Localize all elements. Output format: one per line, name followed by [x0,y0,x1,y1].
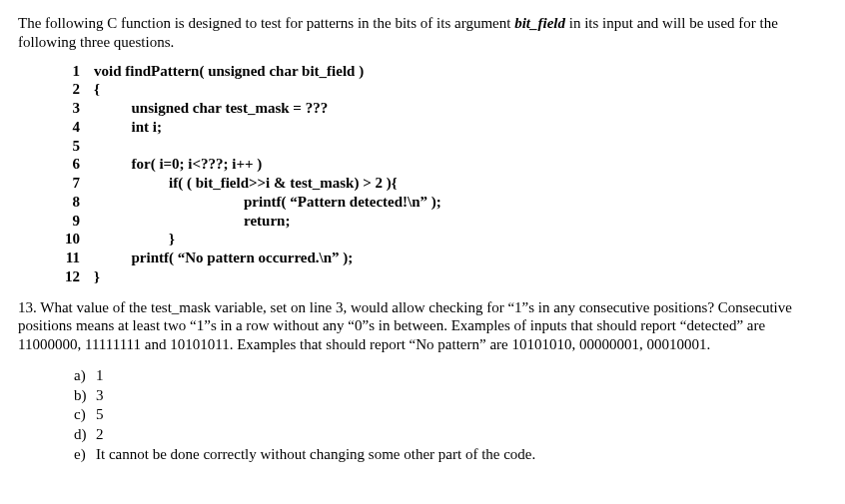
code-text: for( i=0; i<???; i++ ) [94,155,262,174]
option-b: b) 3 [74,386,827,405]
code-line: 10 } [58,230,827,249]
line-number: 12 [58,267,80,286]
line-number: 4 [58,118,80,137]
line-number: 11 [58,249,80,267]
code-line: 2{ [58,80,827,99]
code-line: 8 printf( “Pattern detected!\n” ); [58,193,827,212]
code-text: printf( “No pattern occurred.\n” ); [94,249,353,267]
code-line: 5 [58,137,827,156]
code-text: void findPattern( unsigned char bit_fiel… [94,62,364,81]
line-number: 8 [58,193,80,212]
option-d: d) 2 [74,425,827,444]
code-text: return; [94,212,290,231]
option-letter: a) [74,366,96,385]
line-number: 3 [58,99,80,118]
option-a: a) 1 [74,366,827,385]
intro-em: bit_field [514,15,565,31]
question-13: 13. What value of the test_mask variable… [18,298,827,354]
line-number: 1 [58,62,80,81]
code-line: 3 unsigned char test_mask = ??? [58,99,827,118]
options-list: a) 1 b) 3 c) 5 d) 2 e) It cannot be done… [74,366,827,464]
code-line: 6 for( i=0; i<???; i++ ) [58,155,827,174]
option-text: 2 [96,425,104,444]
code-line: 4 int i; [58,118,827,137]
option-letter: c) [74,405,96,424]
code-text: } [94,267,100,286]
question-number: 13. [18,299,37,315]
option-c: c) 5 [74,405,827,424]
option-text: 5 [96,405,104,424]
code-line: 12} [58,267,827,286]
code-line: 9 return; [58,212,827,231]
code-line: 1void findPattern( unsigned char bit_fie… [58,62,827,81]
code-text: if( ( bit_field>>i & test_mask) > 2 ){ [94,174,398,193]
intro-paragraph: The following C function is designed to … [18,14,827,52]
question-text: What value of the test_mask variable, se… [18,299,792,353]
line-number: 2 [58,80,80,99]
option-text: 3 [96,386,104,405]
option-e: e) It cannot be done correctly without c… [74,445,827,464]
line-number: 7 [58,174,80,193]
code-text: printf( “Pattern detected!\n” ); [94,193,441,212]
option-letter: e) [74,445,96,464]
line-number: 9 [58,212,80,231]
code-text: unsigned char test_mask = ??? [94,99,328,118]
line-number: 5 [58,137,80,156]
code-line: 7 if( ( bit_field>>i & test_mask) > 2 ){ [58,174,827,193]
line-number: 10 [58,230,80,249]
option-letter: b) [74,386,96,405]
intro-before: The following C function is designed to … [18,15,514,31]
line-number: 6 [58,155,80,174]
option-letter: d) [74,425,96,444]
option-text: It cannot be done correctly without chan… [96,445,535,464]
code-line: 11 printf( “No pattern occurred.\n” ); [58,249,827,267]
code-text: { [94,80,100,99]
code-text: int i; [94,118,162,137]
code-block: 1void findPattern( unsigned char bit_fie… [58,62,827,286]
code-text: } [94,230,175,249]
option-text: 1 [96,366,104,385]
